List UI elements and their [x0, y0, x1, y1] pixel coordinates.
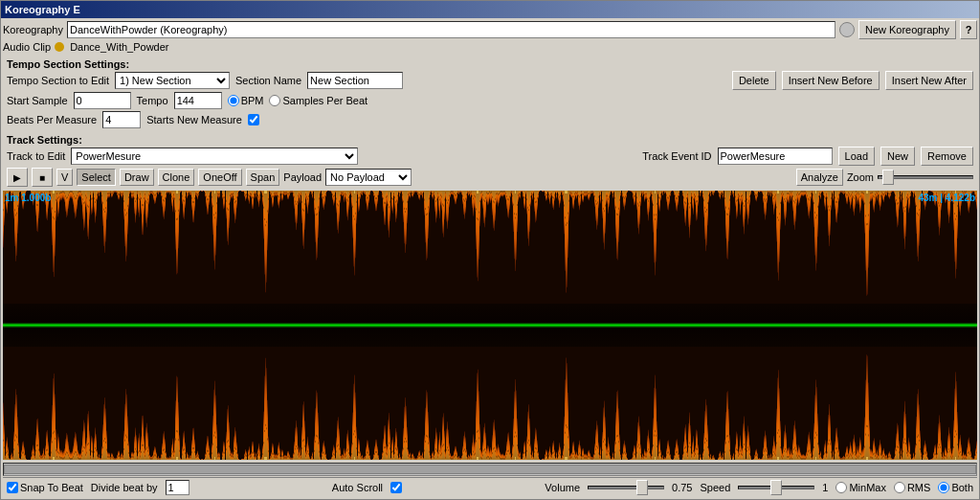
koreography-question-button[interactable]: ? [960, 20, 977, 39]
track-event-id-input[interactable] [718, 148, 833, 165]
tempo-section-to-edit-select[interactable]: 1) New Section [115, 72, 230, 89]
both-label: Both [951, 482, 973, 493]
span-button[interactable]: Span [246, 169, 280, 186]
insert-new-after-button[interactable]: Insert New After [885, 71, 973, 90]
track-to-edit-label: Track to Edit [7, 150, 65, 162]
delete-button[interactable]: Delete [732, 71, 776, 90]
main-window: Koreography E Koreography New Koreograph… [0, 0, 980, 500]
horizontal-scrollbar[interactable] [3, 463, 977, 476]
stop-icon: ■ [39, 172, 45, 183]
analyze-button[interactable]: Analyze [796, 169, 843, 186]
track-event-id-label: Track Event ID [642, 150, 711, 162]
title-bar: Koreography E [1, 1, 979, 18]
volume-slider[interactable] [588, 486, 664, 489]
payload-select[interactable]: No Payload [325, 169, 412, 186]
new-koreography-button[interactable]: New Koreography [858, 20, 956, 39]
audio-clip-value: Dance_With_Powder [70, 41, 168, 53]
auto-scroll-label: Auto Scroll [332, 482, 383, 493]
track-settings-panel: Track Settings: Track to Edit PowerMesur… [3, 130, 977, 189]
speed-label: Speed [700, 482, 730, 493]
track-settings-row1: Track to Edit PowerMesure Track Event ID… [7, 147, 973, 166]
tempo-section-row1: Tempo Section to Edit 1) New Section Sec… [7, 71, 973, 90]
starts-new-measure-checkbox[interactable] [248, 114, 259, 125]
speed-value: 1 [822, 482, 828, 493]
volume-value: 0.75 [672, 482, 692, 493]
both-radio-label: Both [938, 482, 973, 493]
tempo-input[interactable] [174, 92, 222, 109]
bpm-radio[interactable] [228, 95, 239, 106]
section-name-label: Section Name [235, 75, 301, 86]
tempo-label: Tempo [137, 95, 168, 106]
bottom-bar: Snap To Beat Divide beat by Auto Scroll … [3, 477, 977, 497]
waveform-canvas [3, 191, 977, 460]
zoom-slider[interactable] [878, 175, 973, 179]
time-label-end: 43m | 4.122b [918, 193, 975, 203]
speed-slider[interactable] [738, 486, 814, 489]
samples-per-beat-radio[interactable] [269, 95, 280, 106]
oneoff-button[interactable]: OneOff [198, 169, 241, 186]
tempo-section-header: Tempo Section Settings: [7, 58, 973, 70]
samples-per-beat-label: Samples Per Beat [282, 95, 368, 106]
payload-label: Payload [283, 171, 322, 183]
time-label-start: 1m 1.000b [5, 193, 51, 203]
starts-new-measure-label: Starts New Measure [146, 114, 242, 125]
track-settings-header: Track Settings: [7, 134, 973, 146]
v-button[interactable]: V [56, 169, 73, 186]
scrollbar-thumb[interactable] [4, 465, 976, 474]
rms-radio[interactable] [894, 482, 905, 493]
waveform-container[interactable]: 1m 1.000b 43m | 4.122b [3, 191, 977, 460]
track-to-edit-select[interactable]: PowerMesure [71, 148, 358, 165]
zoom-label: Zoom [847, 171, 874, 183]
koreography-row: Koreography New Koreography ? [3, 20, 977, 39]
audio-clip-label: Audio Clip [3, 41, 51, 53]
rms-label: RMS [907, 482, 930, 493]
volume-label: Volume [545, 482, 580, 493]
load-button[interactable]: Load [838, 147, 875, 166]
tempo-section-panel: Tempo Section Settings: Tempo Section to… [3, 55, 977, 130]
insert-new-before-button[interactable]: Insert New Before [782, 71, 880, 90]
beats-per-measure-label: Beats Per Measure [7, 114, 97, 125]
bpm-radio-label: BPM [228, 95, 264, 106]
tempo-section-to-edit-label: Tempo Section to Edit [7, 75, 109, 86]
koreography-input[interactable] [67, 21, 835, 38]
content-area: Koreography New Koreography ? Audio Clip… [1, 18, 979, 499]
divide-beat-by-label: Divide beat by [91, 482, 158, 493]
draw-button[interactable]: Draw [120, 169, 154, 186]
both-radio[interactable] [938, 482, 949, 493]
select-button[interactable]: Select [77, 169, 116, 186]
bpm-label: BPM [241, 95, 264, 106]
minmax-label: MinMax [849, 482, 886, 493]
audio-clip-icon [55, 42, 64, 52]
koreography-info-icon[interactable] [839, 22, 855, 37]
start-sample-input[interactable] [74, 92, 131, 109]
rms-radio-label: RMS [894, 482, 930, 493]
zoom-container: Zoom [847, 171, 973, 183]
snap-to-beat-text: Snap To Beat [20, 482, 83, 493]
stop-button[interactable]: ■ [32, 168, 53, 187]
snap-to-beat-checkbox[interactable] [7, 482, 18, 493]
tempo-section-row2: Start Sample Tempo BPM Samples Per Beat [7, 92, 973, 109]
samples-per-beat-radio-label: Samples Per Beat [269, 95, 368, 106]
window-title: Koreography E [5, 4, 80, 15]
section-name-input[interactable] [307, 72, 403, 89]
remove-button[interactable]: Remove [921, 147, 973, 166]
track-settings-row2: ▶ ■ V Select Draw Clone OneOff Span Payl… [7, 168, 973, 187]
play-button[interactable]: ▶ [7, 168, 28, 187]
play-icon: ▶ [13, 172, 21, 183]
start-sample-label: Start Sample [7, 95, 68, 106]
beats-per-measure-input[interactable] [102, 111, 141, 128]
snap-to-beat-label: Snap To Beat [7, 482, 83, 493]
minmax-radio-label: MinMax [835, 482, 886, 493]
audio-clip-row: Audio Clip Dance_With_Powder [3, 41, 977, 53]
auto-scroll-checkbox[interactable] [390, 482, 402, 493]
tempo-section-row3: Beats Per Measure Starts New Measure [7, 111, 973, 128]
koreography-label: Koreography [3, 24, 63, 35]
minmax-radio[interactable] [835, 482, 847, 493]
clone-button[interactable]: Clone [158, 169, 195, 186]
divide-beat-input[interactable] [166, 480, 189, 495]
new-track-button[interactable]: New [880, 147, 915, 166]
